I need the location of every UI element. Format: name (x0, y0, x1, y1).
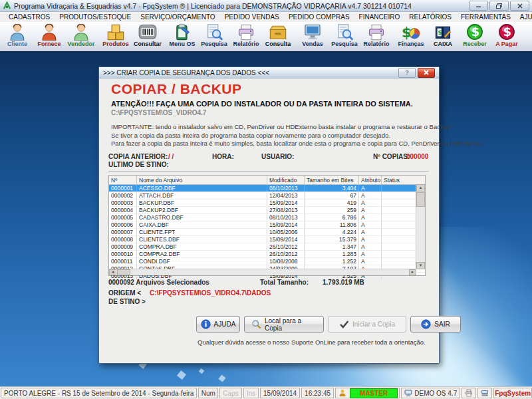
table-cell: 26/10/2012 (267, 243, 305, 250)
table-row[interactable]: 0000008CLIENTES.DBF15/09/201415.379A (109, 236, 425, 243)
iniciar-copia-button[interactable]: Iniciar a Copia (328, 316, 406, 332)
money-pie-icon: $ (402, 23, 420, 41)
toolbar-cliente-button[interactable]: Cliente (1, 22, 33, 51)
svg-text:$: $ (471, 25, 479, 39)
toolbar-label: CAIXA (434, 41, 452, 48)
toolbar-produtos-button[interactable]: Produtos (100, 22, 132, 51)
table-cell: 67 (305, 192, 359, 199)
button-label: SAIR (434, 321, 450, 328)
menu-servico-orcamento[interactable]: SERVIÇO/ORÇAMENTO (136, 13, 219, 21)
computer-icon (404, 389, 412, 397)
printer-icon (465, 389, 473, 397)
table-cell: ACESSO.DBF (137, 185, 267, 192)
menu-pedido-compras[interactable]: PEDIDO COMPRAS (284, 13, 354, 21)
toolbar-consultar-button[interactable]: Consultar (132, 22, 164, 51)
minimize-button[interactable] (469, 1, 488, 11)
status-printer-segment[interactable] (462, 388, 476, 398)
dialog-close-button[interactable] (418, 68, 435, 78)
mdi-desktop-background: >>> CRIAR COPIA DE SEGURANÇA DOS DADOS <… (0, 53, 532, 386)
menu-relatorios[interactable]: RELATÓRIOS (404, 13, 456, 21)
status-caps-lock: Caps (219, 388, 241, 398)
table-row[interactable]: 0000009COMPRA.DBF26/10/20121.347A (109, 243, 425, 251)
menu-cadastros[interactable]: CADASTROS (4, 13, 55, 21)
toolbar-label: Finanças (398, 41, 424, 48)
window-title: Programa Vidraçaria & Esquadrias v4.7 - … (14, 2, 467, 10)
toolbar-label: Produtos (102, 41, 129, 48)
column-header[interactable]: Nome do Arquivo (137, 176, 267, 184)
scroll-right-arrow[interactable]: ► (409, 269, 416, 275)
menu-ajuda[interactable]: AJUDA (515, 13, 532, 21)
toolbar-vendas-button[interactable]: Vendas (297, 22, 329, 51)
toolbar-label: Vendedor (68, 41, 95, 48)
table-row[interactable]: 0000007CLIENTE.FPT10/05/20064.224A (109, 229, 425, 236)
table-row[interactable]: 0000005CADASTRO.DBF08/10/20136.786A (109, 214, 425, 221)
toolbar-coin-button[interactable]: $ (525, 22, 532, 51)
table-cell: 27/08/2013 (267, 207, 305, 213)
num-copias-label: Nº COPIAS: (373, 153, 410, 160)
toolbar-pesquisa-vendas-button[interactable]: Pesquisa (329, 22, 360, 51)
table-row[interactable]: 0000003BACKUP.DBF15/09/2014419A (109, 200, 425, 207)
table-row[interactable]: 0000004BACKUP2.DBF27/08/2013259A (109, 207, 425, 214)
dialog-help-button[interactable]: ? (398, 68, 416, 78)
table-cell: 08/10/2013 (267, 214, 305, 221)
toolbar-receber-button[interactable]: $ Receber (459, 22, 491, 51)
ajuda-button[interactable]: AJUDA (196, 316, 240, 332)
toolbar-a-pagar-button[interactable]: $ A Pagar (491, 22, 523, 51)
table-cell: ATTACH.DBF (137, 192, 267, 199)
column-header[interactable]: Atributo (359, 176, 382, 184)
toolbar-relatorio-vendas-button[interactable]: Relatório (360, 22, 392, 51)
magnifier-icon (251, 319, 261, 329)
toolbar-pesquisa-os-button[interactable]: Pesquisa (198, 22, 230, 51)
table-cell: A (359, 221, 382, 228)
backup-warning-text: ATENÇÃO!!! FAÇA UMA COPIA DO INSTALADOR … (111, 100, 413, 108)
local-para-copia-button[interactable]: Local para a Copia (244, 316, 324, 332)
toolbar-vendedor-button[interactable]: Vendedor (65, 22, 97, 51)
menu-financeiro[interactable]: FINANCEIRO (354, 13, 405, 21)
scroll-left-arrow[interactable]: ◄ (109, 269, 116, 275)
column-header[interactable]: Nº (109, 176, 137, 184)
column-header[interactable]: Tamanho em Bites (305, 176, 359, 184)
table-cell: CAIXA.DBF (137, 221, 267, 228)
status-num-lock: Num (198, 388, 218, 398)
horizontal-scrollbar[interactable]: ◄ ► (109, 269, 416, 275)
status-user: MASTER (350, 388, 398, 398)
scroll-down-arrow[interactable]: ▼ (416, 262, 425, 269)
toolbar-fornecedor-button[interactable]: Fornece (33, 22, 65, 51)
num-copias-value: 000000 (406, 153, 428, 160)
sair-button[interactable]: SAIR (410, 316, 461, 332)
column-header[interactable]: Status (382, 176, 425, 184)
table-cell: 259 (305, 207, 359, 213)
table-row[interactable]: 0000002ATTACH.DBF12/04/201367A (109, 192, 425, 200)
table-cell: A (359, 251, 382, 257)
origem-label: ORIGEM < (108, 289, 141, 297)
table-row[interactable]: 0000010COMPRA2.DBF26/10/20121.283A (109, 251, 425, 258)
status-workstation-segment[interactable] (477, 388, 492, 398)
dialog-title: >>> CRIAR COPIA DE SEGURANÇA DOS DADOS <… (103, 69, 396, 76)
table-row[interactable]: 0000006CAIXA.DBF15/09/201411.806A (109, 221, 425, 229)
toolbar-caixa-button[interactable]: $ CAIXA (427, 22, 459, 51)
close-window-button[interactable] (510, 1, 529, 11)
copia-anterior-label: COPIA ANTERIOR: (108, 153, 168, 160)
table-cell: 26/10/2012 (267, 251, 305, 257)
table-row[interactable]: 0000011CONDI.DBF10/08/20081.252A (109, 258, 425, 265)
toolbar-label: A Pagar (495, 41, 518, 48)
table-cell: CLIENTE.FPT (137, 229, 267, 235)
dialog-titlebar: >>> CRIAR COPIA DE SEGURANÇA DOS DADOS <… (99, 67, 439, 78)
menu-ferramentas[interactable]: FERRAMENTAS (456, 13, 515, 21)
workstation-icon (481, 389, 489, 397)
restore-button[interactable] (489, 1, 509, 11)
toolbar-relatorio-os-button[interactable]: Relatório (230, 22, 262, 51)
status-date: 15/09/2014 (260, 388, 300, 398)
toolbar-menu-os-button[interactable]: Menu OS (166, 22, 198, 51)
total-size-value: 1.793.019 MB (323, 279, 364, 286)
scroll-up-arrow[interactable]: ▲ (416, 184, 425, 192)
scroll-thumb[interactable] (117, 269, 130, 275)
table-row[interactable]: 0000001ACESSO.DBF08/10/20133.404A (109, 185, 425, 192)
toolbar-financas-button[interactable]: $ Finanças (395, 22, 427, 51)
column-header[interactable]: Modificado (267, 176, 305, 184)
menu-produtos-estoque[interactable]: PRODUTOS/ESTOQUE (55, 13, 136, 21)
scroll-thumb[interactable] (416, 192, 425, 207)
toolbar-consulta-os-button[interactable]: Consulta (262, 22, 294, 51)
menu-pedido-vendas[interactable]: PEDIDO VENDAS (220, 13, 284, 21)
vertical-scrollbar[interactable]: ▲ ▼ (416, 184, 425, 269)
